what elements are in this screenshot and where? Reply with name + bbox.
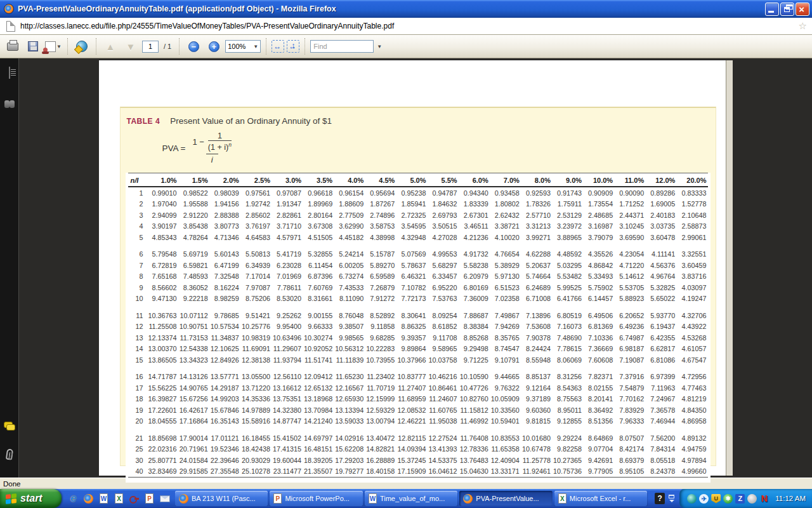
pdf-sidebar bbox=[0, 58, 19, 478]
tray-icon-update-green[interactable]: ✱ bbox=[723, 494, 733, 504]
table-cell: 17.16864 bbox=[178, 416, 209, 427]
table-cell: 12.10625 bbox=[209, 344, 240, 355]
quick-launch-firefox[interactable] bbox=[82, 493, 95, 505]
table-cell: 3.83716 bbox=[676, 271, 707, 283]
start-button[interactable]: start bbox=[0, 489, 62, 508]
table-cell: 13 bbox=[128, 332, 147, 344]
table-cell: 1.83339 bbox=[459, 199, 490, 210]
bookmark-star-icon[interactable]: ☆ bbox=[799, 20, 807, 32]
table-cell: 7.19087 bbox=[614, 354, 645, 366]
table-cell: 9.22218 bbox=[178, 293, 209, 305]
table-cell: 11.68959 bbox=[396, 394, 427, 405]
taskbar-button[interactable]: PVA-PresentValue... bbox=[459, 491, 552, 506]
help-button[interactable]: ? bbox=[655, 493, 665, 504]
table-cell: 6.47199 bbox=[209, 260, 240, 271]
system-tray: ✈U✱ZN11:12 AM bbox=[679, 489, 812, 508]
table-cell: 13.59033 bbox=[334, 416, 365, 427]
toolbar-separator bbox=[96, 38, 96, 55]
tray-icon-volume[interactable] bbox=[747, 494, 757, 504]
table-cell: 0.97561 bbox=[240, 187, 272, 199]
pages-icon bbox=[9, 67, 10, 79]
pages-panel-button[interactable] bbox=[9, 67, 10, 79]
table-cell: 4.77463 bbox=[676, 382, 707, 394]
table-cell: 6.80519 bbox=[552, 310, 583, 321]
table-cell: 14.13126 bbox=[178, 371, 209, 383]
minimize-button[interactable] bbox=[765, 3, 779, 16]
web-capture-button[interactable] bbox=[73, 37, 91, 55]
table-cell: 7.84314 bbox=[645, 444, 676, 455]
quick-launch-word[interactable]: W bbox=[98, 493, 110, 505]
find-dropdown-arrow-icon[interactable]: ▼ bbox=[377, 44, 382, 50]
table-cell: 10.33560 bbox=[490, 404, 521, 416]
table-cell: 0.92593 bbox=[521, 187, 552, 199]
zoom-out-button[interactable]: − bbox=[185, 37, 202, 55]
table-cell: 12.13374 bbox=[147, 332, 178, 344]
pdf-scrollbar[interactable] bbox=[726, 60, 733, 476]
pdf-canvas: TABLE 4 Present Value of an Ordinary Ann… bbox=[19, 58, 812, 478]
zoom-level-select[interactable]: 100%▼ bbox=[225, 40, 261, 53]
table-cell: 9.00155 bbox=[303, 310, 334, 321]
table-cell: 14.32380 bbox=[272, 404, 303, 416]
restore-button[interactable] bbox=[780, 3, 794, 16]
taskbar-button[interactable]: BA 213 W11 (Pasc... bbox=[175, 491, 268, 506]
quick-launch-powerpoint[interactable]: P bbox=[143, 493, 155, 505]
attachments-panel-button[interactable] bbox=[5, 448, 13, 460]
table-cell: 5.79548 bbox=[147, 249, 178, 260]
quick-launch-outlook-express[interactable] bbox=[159, 493, 171, 505]
fit-width-button[interactable]: ↔ bbox=[272, 40, 284, 53]
quick-launch-access-key[interactable] bbox=[128, 493, 140, 505]
taskbar-button[interactable]: XMicrosoft Excel - r... bbox=[554, 491, 647, 506]
word-icon: W bbox=[100, 493, 108, 504]
table-cell: 11.92461 bbox=[521, 466, 552, 478]
table-cell: 15.62208 bbox=[334, 444, 365, 455]
table-cell: 18.85698 bbox=[147, 432, 178, 444]
collaborate-button[interactable]: ▼ bbox=[44, 37, 62, 55]
print-button[interactable] bbox=[4, 37, 22, 55]
formula-inner-base: (1 + i) bbox=[208, 144, 228, 152]
tray-icon-z-blue[interactable]: Z bbox=[735, 494, 745, 504]
fit-page-button[interactable]: ↔↕ bbox=[287, 40, 299, 53]
url-text[interactable]: http://classes.lanecc.edu/file.php/24555… bbox=[20, 22, 799, 30]
tray-icon-network-globe[interactable] bbox=[687, 494, 697, 504]
table-group-gap bbox=[128, 243, 708, 249]
table-cell: 10 bbox=[128, 293, 147, 305]
previous-page-button[interactable]: ▲ bbox=[102, 37, 119, 55]
table-cell: 3.23972 bbox=[552, 221, 583, 232]
close-button[interactable]: × bbox=[796, 3, 809, 16]
table-row: 1816.3982715.6725614.9920314.3533613.753… bbox=[128, 394, 708, 405]
toolbar-chevron-button[interactable] bbox=[669, 495, 674, 502]
page-number-input[interactable] bbox=[142, 41, 159, 53]
table-cell: 4.81219 bbox=[676, 394, 707, 405]
table-cell: 12.40904 bbox=[490, 455, 521, 466]
table-cell: 12 bbox=[128, 321, 147, 333]
table-row: 1413.0037012.5433812.1062511.6909111.296… bbox=[128, 344, 708, 355]
tray-icon-n-red[interactable]: N bbox=[759, 494, 769, 504]
dropdown-arrow-icon: ▼ bbox=[56, 44, 62, 50]
table-cell: 7.48690 bbox=[552, 332, 583, 344]
zoom-in-button[interactable]: + bbox=[205, 37, 223, 55]
table-cell: 7.91272 bbox=[365, 293, 396, 305]
tray-icon-messenger[interactable]: ✈ bbox=[699, 494, 709, 504]
save-button[interactable] bbox=[24, 37, 42, 55]
tray-icon-shield-yellow[interactable]: U bbox=[711, 494, 721, 504]
table-cell: 6.73274 bbox=[334, 271, 365, 283]
table-cell: 5.32825 bbox=[645, 282, 676, 293]
taskbar-button[interactable]: WTime_value_of_mo... bbox=[365, 491, 457, 506]
table-cell: 9.78685 bbox=[209, 310, 240, 321]
table-row: 1715.5622514.9076514.2918713.7122013.166… bbox=[128, 382, 708, 394]
table-cell: 4.53268 bbox=[676, 332, 707, 344]
find-input[interactable] bbox=[310, 40, 374, 53]
table-cell: 7.56200 bbox=[645, 432, 676, 444]
comments-panel-button[interactable] bbox=[4, 422, 15, 430]
quick-launch-internet-explorer[interactable]: e bbox=[67, 493, 79, 505]
table-cell: 9.11708 bbox=[427, 332, 458, 344]
table-cell: 15.58916 bbox=[240, 416, 272, 427]
taskbar-button[interactable]: PMicrosoft PowerPo... bbox=[270, 491, 362, 506]
next-page-button[interactable]: ▼ bbox=[122, 37, 140, 55]
table-cell: 5.69719 bbox=[178, 249, 209, 260]
table-cell: 6.72819 bbox=[147, 260, 178, 271]
table-cell: 17.41315 bbox=[272, 444, 303, 455]
taskbar: start eWXP BA 213 W11 (Pasc...PMicrosoft… bbox=[0, 489, 812, 508]
quick-launch-excel[interactable]: X bbox=[113, 493, 125, 505]
table-cell: 8.31661 bbox=[303, 293, 334, 305]
